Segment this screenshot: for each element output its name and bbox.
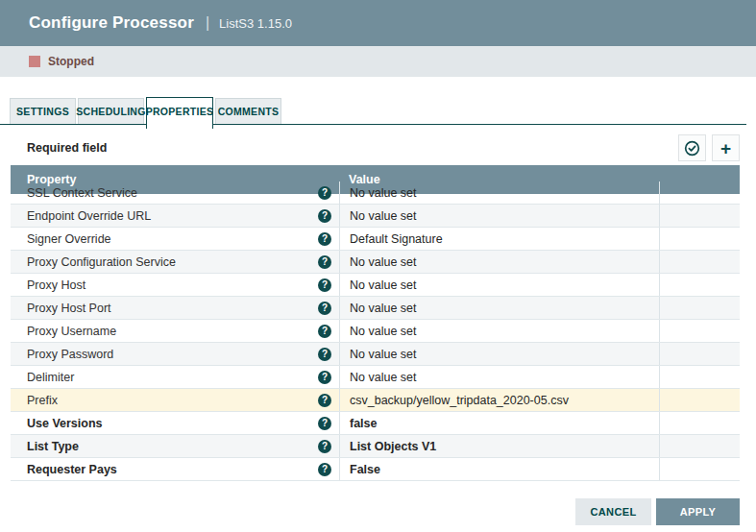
property-row[interactable]: Proxy Username?No value set — [11, 320, 740, 343]
property-value-cell[interactable]: No value set — [339, 320, 659, 342]
add-property-button[interactable]: + — [712, 134, 740, 161]
property-row[interactable]: Requester Pays?False — [11, 458, 740, 481]
property-row[interactable]: Proxy Host?No value set — [11, 274, 740, 297]
row-extra-cell — [659, 412, 740, 434]
table-body: SSL Context Service?No value setEndpoint… — [11, 194, 740, 481]
row-extra-cell — [659, 435, 740, 457]
property-name-cell: Proxy Password? — [11, 343, 339, 365]
tab-properties[interactable]: PROPERTIES — [146, 97, 213, 129]
properties-toolbar: Required field + — [11, 131, 740, 165]
property-name-cell: Proxy Username? — [11, 320, 339, 342]
property-value-cell[interactable]: Default Signature — [339, 228, 659, 250]
property-name-cell: Proxy Configuration Service? — [11, 251, 339, 273]
help-icon[interactable]: ? — [318, 463, 331, 476]
properties-table: Property Value SSL Context Service?No va… — [11, 165, 740, 481]
row-extra-cell — [659, 389, 740, 411]
row-extra-cell — [659, 228, 740, 250]
row-extra-cell — [659, 366, 740, 388]
property-name: Proxy Host — [27, 278, 85, 292]
help-icon[interactable]: ? — [318, 417, 331, 430]
property-value-cell[interactable]: No value set — [339, 205, 659, 227]
help-icon[interactable]: ? — [318, 255, 331, 269]
tab-scheduling[interactable]: SCHEDULING — [78, 98, 144, 124]
row-extra-cell — [659, 251, 740, 273]
row-extra-cell — [659, 320, 740, 342]
property-name: Proxy Configuration Service — [27, 255, 176, 269]
tab-settings[interactable]: SETTINGS — [10, 98, 76, 124]
dialog-title: Configure Processor — [29, 13, 194, 33]
property-name-cell: Requester Pays? — [11, 458, 339, 480]
property-name-cell: Signer Override? — [11, 228, 339, 250]
dialog-footer: CANCEL APPLY — [575, 498, 740, 525]
property-value-cell[interactable]: False — [339, 458, 659, 480]
row-extra-cell — [659, 297, 740, 319]
title-separator: | — [206, 14, 209, 32]
property-row[interactable]: SSL Context Service?No value set — [11, 194, 740, 205]
status-bar: Stopped — [0, 46, 756, 77]
property-name: Use Versions — [27, 417, 103, 430]
property-name: Endpoint Override URL — [27, 209, 151, 223]
property-name: Prefix — [27, 394, 58, 407]
property-value-cell[interactable]: List Objects V1 — [339, 435, 659, 457]
property-name-cell: Endpoint Override URL? — [11, 205, 339, 227]
help-icon[interactable]: ? — [318, 209, 331, 223]
stopped-status-icon — [29, 56, 40, 67]
property-name: SSL Context Service — [27, 186, 137, 200]
help-icon[interactable]: ? — [318, 186, 331, 200]
tab-bar: SETTINGSSCHEDULINGPROPERTIESCOMMENTS — [0, 77, 746, 125]
help-icon[interactable]: ? — [318, 440, 331, 453]
property-value-cell[interactable]: No value set — [339, 366, 659, 388]
property-name-cell: List Type? — [11, 435, 339, 457]
plus-icon: + — [720, 139, 731, 157]
property-name-cell: Delimiter? — [11, 366, 339, 388]
property-name: Requester Pays — [27, 463, 117, 476]
property-row[interactable]: Endpoint Override URL?No value set — [11, 205, 740, 228]
dialog-header: Configure Processor | ListS3 1.15.0 — [0, 0, 756, 46]
property-name: List Type — [27, 440, 79, 453]
property-name: Delimiter — [27, 371, 74, 384]
cancel-button[interactable]: CANCEL — [575, 498, 651, 525]
property-value-cell[interactable]: No value set — [339, 251, 659, 273]
property-value-cell[interactable]: csv_backup/yellow_tripdata_2020-05.csv — [339, 389, 659, 411]
help-icon[interactable]: ? — [318, 278, 331, 292]
property-row[interactable]: Proxy Host Port?No value set — [11, 297, 740, 320]
help-icon[interactable]: ? — [318, 348, 331, 361]
property-name-cell: Prefix? — [11, 389, 339, 411]
property-row[interactable]: Use Versions?false — [11, 412, 740, 435]
property-name-cell: Proxy Host? — [11, 274, 339, 296]
property-row[interactable]: Delimiter?No value set — [11, 366, 740, 389]
help-icon[interactable]: ? — [318, 232, 331, 246]
help-icon[interactable]: ? — [318, 302, 331, 315]
property-row[interactable]: Proxy Configuration Service?No value set — [11, 251, 740, 274]
property-value-cell[interactable]: false — [339, 412, 659, 434]
property-name-cell: SSL Context Service? — [11, 181, 339, 205]
apply-button[interactable]: APPLY — [656, 498, 740, 525]
property-row[interactable]: Prefix?csv_backup/yellow_tripdata_2020-0… — [11, 389, 740, 412]
toolbar-actions: + — [672, 134, 740, 161]
property-name: Proxy Username — [27, 325, 116, 338]
property-value-cell[interactable]: No value set — [339, 181, 659, 205]
property-row[interactable]: Proxy Password?No value set — [11, 343, 740, 366]
property-name-cell: Use Versions? — [11, 412, 339, 434]
tab-comments[interactable]: COMMENTS — [215, 98, 281, 124]
help-icon[interactable]: ? — [318, 371, 331, 384]
check-circle-icon — [684, 140, 700, 157]
required-field-label: Required field — [11, 141, 107, 155]
property-value-cell[interactable]: No value set — [339, 297, 659, 319]
property-name-cell: Proxy Host Port? — [11, 297, 339, 319]
row-extra-cell — [659, 458, 740, 480]
property-value-cell[interactable]: No value set — [339, 274, 659, 296]
help-icon[interactable]: ? — [318, 325, 331, 338]
status-label: Stopped — [48, 55, 94, 68]
verify-properties-button[interactable] — [678, 134, 706, 161]
property-value-cell[interactable]: No value set — [339, 343, 659, 365]
help-icon[interactable]: ? — [318, 394, 331, 407]
row-extra-cell — [659, 274, 740, 296]
row-extra-cell — [659, 205, 740, 227]
property-row[interactable]: Signer Override?Default Signature — [11, 228, 740, 251]
property-name: Proxy Host Port — [27, 302, 111, 315]
row-extra-cell — [659, 343, 740, 365]
row-extra-cell — [659, 181, 740, 205]
processor-name-version: ListS3 1.15.0 — [219, 16, 292, 31]
property-row[interactable]: List Type?List Objects V1 — [11, 435, 740, 458]
